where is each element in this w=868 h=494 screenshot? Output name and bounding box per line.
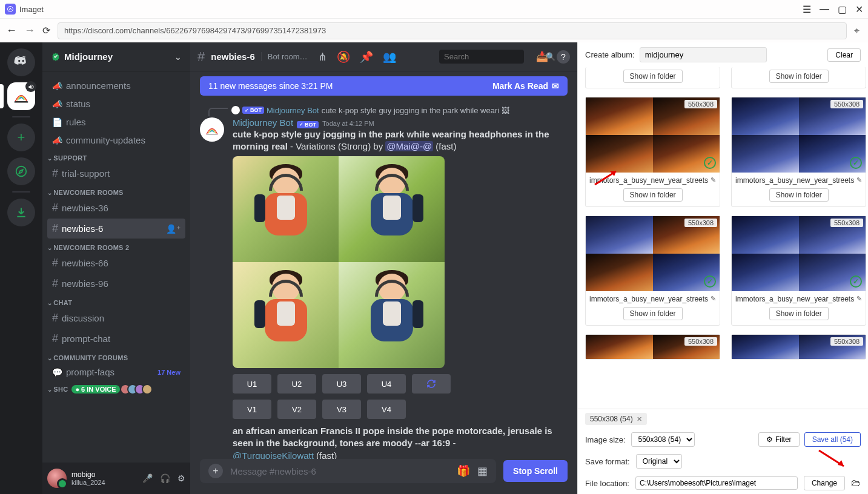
u2-button[interactable]: U2 — [277, 374, 316, 394]
add-user-icon[interactable]: 👤⁺ — [166, 224, 181, 234]
channel-prompt-chat[interactable]: #prompt-chat — [47, 329, 185, 349]
save-all-button[interactable]: Save all (54) — [804, 432, 861, 447]
channel-trial-support[interactable]: #trial-support — [47, 163, 185, 183]
thumbnail[interactable]: 550x308 — [586, 97, 720, 173]
reroll-button[interactable] — [412, 374, 451, 394]
back-icon[interactable]: ← — [6, 24, 17, 37]
url-input[interactable] — [58, 22, 847, 39]
thumbnail[interactable]: 550x308 — [586, 335, 720, 359]
channel-announcements[interactable]: 📣announcements — [47, 77, 185, 94]
v1-button[interactable]: V1 — [233, 400, 271, 419]
discord-home-button[interactable] — [7, 48, 35, 76]
category-newcomer[interactable]: NEWCOMER ROOMS — [42, 184, 190, 197]
chat-input[interactable]: + 🎁 ▦ — [200, 459, 496, 483]
open-folder-icon[interactable]: 🗁 — [851, 478, 861, 489]
clear-button[interactable]: Clear — [827, 48, 861, 62]
image-size-select[interactable]: 550x308 (54) — [631, 432, 695, 447]
server-header[interactable]: Midjourney ⌄ — [42, 42, 190, 71]
bot-avatar[interactable] — [200, 117, 224, 142]
help-icon[interactable]: ? — [557, 50, 570, 64]
message-input[interactable] — [230, 466, 449, 476]
mark-as-read-button[interactable]: Mark As Read ✉ — [492, 81, 559, 91]
u4-button[interactable]: U4 — [367, 374, 406, 394]
edit-title-icon[interactable]: ✎ — [711, 176, 716, 184]
file-location-input[interactable] — [635, 476, 798, 490]
selected-check-icon[interactable] — [704, 157, 716, 169]
edit-title-icon[interactable]: ✎ — [856, 176, 862, 184]
gift-icon[interactable]: 🎁 — [457, 464, 470, 478]
pinned-icon[interactable]: 📌 — [360, 50, 373, 64]
thumbnail[interactable]: 550x308 — [586, 216, 720, 291]
image-cell[interactable] — [339, 156, 445, 262]
channel-prompt-faqs[interactable]: 💬prompt-faqs17 New — [47, 363, 185, 381]
explore-button[interactable] — [7, 157, 35, 185]
thumbnail[interactable]: 550x308 — [732, 216, 866, 291]
search-input[interactable] — [444, 52, 546, 61]
thumbnail[interactable]: 550x308 — [732, 97, 866, 173]
close-icon[interactable]: ✕ — [855, 4, 863, 15]
category-forums[interactable]: COMMUNITY FORUMS — [42, 349, 190, 363]
category-support[interactable]: SUPPORT — [42, 150, 190, 163]
minimize-icon[interactable]: — — [820, 4, 829, 15]
filter-button[interactable]: ⚙Filter — [758, 432, 800, 447]
show-in-folder-button[interactable]: Show in folder — [623, 188, 683, 202]
u3-button[interactable]: U3 — [322, 374, 361, 394]
new-messages-bar[interactable]: 11 new messages since 3:21 PM Mark As Re… — [200, 76, 568, 96]
save-format-select[interactable]: Original — [636, 454, 682, 469]
mention[interactable]: @Mai@-@ — [385, 141, 433, 151]
image-grid[interactable] — [233, 156, 445, 368]
message-list[interactable]: BOT Midjourney Bot cute k-pop style guy … — [190, 96, 577, 459]
maximize-icon[interactable]: ▢ — [838, 4, 847, 15]
headphones-icon[interactable]: 🎧 — [160, 473, 170, 483]
chat-search[interactable]: 🔍 — [439, 50, 524, 64]
channel-community-updates[interactable]: 📣community-updates — [47, 131, 185, 149]
v3-button[interactable]: V3 — [322, 400, 361, 419]
show-in-folder-button[interactable]: Show in folder — [623, 307, 683, 320]
edit-title-icon[interactable]: ✎ — [711, 295, 716, 303]
remove-chip-icon[interactable]: ✕ — [637, 415, 642, 423]
inbox-icon[interactable]: 📥 — [536, 51, 548, 62]
category-chat[interactable]: CHAT — [42, 294, 190, 308]
forward-icon[interactable]: → — [24, 24, 35, 37]
show-in-folder-button[interactable]: Show in folder — [769, 188, 829, 202]
album-name-input[interactable] — [640, 47, 767, 62]
show-in-folder-button[interactable]: Show in folder — [623, 70, 683, 83]
brush-icon[interactable]: ⌖ — [854, 25, 860, 36]
category-newcomer-2[interactable]: NEWCOMER ROOMS 2 — [42, 239, 190, 252]
channel-discussion[interactable]: #discussion — [47, 308, 185, 328]
show-in-folder-button[interactable]: Show in folder — [769, 307, 829, 320]
download-button[interactable] — [7, 199, 35, 226]
u1-button[interactable]: U1 — [233, 374, 271, 394]
image-cell[interactable] — [339, 262, 445, 368]
channel-newbies-66[interactable]: #newbies-66 — [47, 253, 185, 273]
user-avatar[interactable] — [47, 469, 67, 488]
image-cell[interactable] — [233, 156, 339, 262]
members-icon[interactable]: 👥 — [383, 50, 396, 64]
selected-check-icon[interactable] — [850, 157, 862, 169]
v2-button[interactable]: V2 — [277, 400, 316, 419]
mention[interactable]: @TurquoiseKilowatt — [233, 450, 314, 459]
edit-title-icon[interactable]: ✎ — [856, 295, 862, 303]
channel-status[interactable]: 📣status — [47, 95, 185, 113]
gif-icon[interactable]: ▦ — [477, 464, 488, 478]
threads-icon[interactable]: ⋔ — [318, 50, 327, 64]
change-location-button[interactable]: Change — [804, 476, 845, 490]
v4-button[interactable]: V4 — [367, 400, 406, 419]
show-in-folder-button[interactable]: Show in folder — [769, 70, 829, 83]
image-cell[interactable] — [233, 262, 339, 368]
refresh-icon[interactable]: ⟳ — [42, 25, 50, 36]
hamburger-icon[interactable]: ☰ — [803, 4, 811, 15]
channel-newbies-6[interactable]: #newbies-6👤⁺ — [47, 219, 185, 239]
thumbnail[interactable]: 550x308 — [732, 335, 866, 359]
attach-icon[interactable]: + — [208, 464, 223, 478]
channel-newbies-96[interactable]: #newbies-96 — [47, 274, 185, 294]
gallery[interactable]: Show in folder Show in folder 550x308 im… — [578, 67, 868, 409]
add-server-button[interactable]: + — [7, 123, 35, 151]
voice-count-pill[interactable]: ●6 IN VOICE — [71, 385, 119, 394]
size-filter-chip[interactable]: 550x308 (54)✕ — [585, 413, 647, 425]
notifications-icon[interactable]: 🔕 — [337, 50, 350, 64]
message-author[interactable]: Midjourney Bot — [233, 117, 293, 128]
channel-newbies-36[interactable]: #newbies-36 — [47, 198, 185, 218]
selected-check-icon[interactable] — [850, 275, 862, 288]
server-midjourney[interactable] — [7, 82, 35, 110]
